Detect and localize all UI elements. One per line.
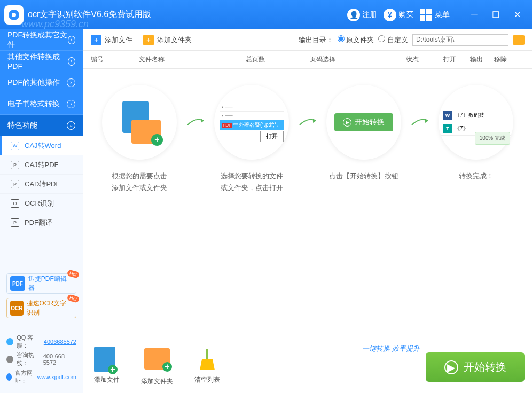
add-folder-icon: + (144, 348, 170, 374)
main-panel: + 添加文件 + 添加文件夹 输出目录： 原文件夹 自定义 编号 文件名称 总页… (83, 29, 532, 393)
yen-icon: ¥ (384, 9, 396, 21)
sidebar-item-caj-word[interactable]: W CAJ转Word (0, 136, 83, 155)
col-remove: 移除 (494, 55, 515, 64)
site-link[interactable]: www.xjpdf.com (37, 374, 76, 380)
grid-icon (420, 9, 432, 21)
pdf-icon: P (11, 161, 19, 169)
col-filename: 文件名称 (139, 55, 246, 64)
radio-custom[interactable]: 自定义 (378, 35, 408, 45)
bottom-clear-button[interactable]: 清空列表 (194, 347, 220, 384)
add-folder-button[interactable]: + 添加文件夹 (143, 35, 192, 45)
table-header: 编号 文件名称 总页数 页码选择 状态 打开 输出 移除 (83, 51, 532, 69)
promo-ocr-tool[interactable]: OCR 捷速OCR文字识别 Hot (6, 298, 76, 318)
add-file-button[interactable]: + 添加文件 (91, 35, 132, 45)
step-3-illustration: ▶开始转换 (326, 85, 401, 160)
promo-pdf-editor[interactable]: PDF 迅捷PDF编辑器 Hot (6, 273, 76, 294)
titlebar: ocr文字识别软件V6.6免费试用版 www.pc9359.cn 👤 注册 ¥ … (0, 0, 532, 29)
step-4-illustration: W《7》数码技 T《7》 100% 完成 (439, 85, 513, 160)
qq-link[interactable]: 4006685572 (44, 339, 76, 345)
app-title: ocr文字识别软件V6.6免费试用版 (28, 9, 151, 20)
col-pages: 总页数 (246, 55, 310, 64)
plus-icon: + (91, 35, 101, 45)
word-icon: W (11, 142, 19, 150)
qq-icon (6, 338, 13, 345)
pdf-icon: P (11, 218, 19, 227)
col-page-select: 页码选择 (310, 55, 406, 64)
bottom-bar: + 添加文件 + 添加文件夹 清空列表 一键转换 效率提升 ▶ 开始转换 (83, 337, 532, 393)
sidebar-section-pdf-ops[interactable]: PDF的其他操作 › (0, 72, 83, 93)
folder-browse-icon[interactable] (513, 35, 525, 45)
chevron-right-icon: › (68, 36, 76, 44)
step-3: ▶开始转换 点击【开始转换】按钮 (318, 85, 409, 182)
col-export: 输出 (470, 55, 494, 64)
add-file-icon: + (94, 347, 120, 372)
menu-button[interactable]: 菜单 (420, 9, 450, 21)
sidebar-item-cad-pdf[interactable]: P CAD转PDF (0, 175, 83, 194)
pdf-icon: P (11, 180, 19, 188)
chevron-right-icon: › (67, 100, 75, 108)
sidebar-section-ebook[interactable]: 电子书格式转换 › (0, 93, 83, 115)
sidebar-item-ocr[interactable]: O OCR识别 (0, 194, 83, 213)
bottom-add-file-button[interactable]: + 添加文件 (94, 347, 120, 384)
sidebar-section-pdf-to-other[interactable]: PDF转换成其它文件 › (0, 29, 83, 51)
sidebar-item-translate[interactable]: P PDF翻译 (0, 213, 83, 232)
sidebar-section-other-to-pdf[interactable]: 其他文件转换成PDF › (0, 51, 83, 72)
slogan-text: 一键转换 效率提升 (362, 344, 420, 353)
ocr-tool-icon: OCR (10, 301, 24, 316)
start-convert-button[interactable]: ▶ 开始转换 (426, 352, 525, 382)
step-1-illustration: + (102, 85, 177, 160)
step-2: ▪ ──▪ ── PDF中外著名疑(*.pdf;*. 打开 选择您要转换的文件或… (206, 85, 297, 194)
arrow-icon (297, 114, 318, 130)
arrow-icon (409, 114, 431, 130)
user-icon: 👤 (347, 9, 360, 21)
chevron-down-icon: ⌄ (67, 121, 75, 130)
sidebar-item-caj-pdf[interactable]: P CAJ转PDF (0, 155, 83, 175)
pdf-editor-icon: PDF (10, 276, 25, 291)
step-1: + 根据您的需要点击添加文件或文件夹 (94, 85, 185, 194)
maximize-button[interactable]: ☐ (485, 7, 506, 23)
col-status: 状态 (406, 55, 443, 64)
register-button[interactable]: 👤 注册 (347, 9, 377, 21)
radio-original[interactable]: 原文件夹 (338, 35, 374, 45)
outdir-label: 输出目录： (299, 35, 333, 45)
sidebar-section-special[interactable]: 特色功能 ⌄ (0, 115, 83, 136)
sidebar: PDF转换成其它文件 › 其他文件转换成PDF › PDF的其他操作 › 电子书… (0, 29, 83, 393)
col-open: 打开 (443, 55, 470, 64)
path-input[interactable] (412, 34, 508, 46)
contact-info: QQ 客服：4006685572 咨询热线：400-668-5572 官方网址：… (0, 328, 83, 393)
chevron-right-icon: › (67, 78, 75, 87)
minimize-button[interactable]: ─ (464, 7, 485, 23)
svg-rect-1 (206, 349, 208, 359)
close-button[interactable]: ✕ (506, 7, 528, 23)
arrow-icon (185, 114, 206, 130)
buy-button[interactable]: ¥ 购买 (384, 9, 413, 21)
phone-icon (6, 356, 13, 363)
bottom-add-folder-button[interactable]: + 添加文件夹 (141, 345, 173, 386)
watermark: www.pc9359.cn (21, 19, 89, 30)
ocr-icon: O (11, 199, 19, 208)
step-2-illustration: ▪ ──▪ ── PDF中外著名疑(*.pdf;*. 打开 (214, 85, 289, 160)
done-badge: 100% 完成 (475, 132, 510, 145)
col-number: 编号 (91, 55, 139, 64)
globe-icon (6, 373, 12, 381)
step-4: W《7》数码技 T《7》 100% 完成 转换完成！ (431, 85, 521, 182)
chevron-right-icon: › (68, 57, 76, 66)
app-logo (4, 5, 24, 25)
play-icon: ▶ (444, 360, 458, 374)
broom-icon (194, 347, 220, 372)
plus-icon: + (143, 35, 154, 45)
toolbar: + 添加文件 + 添加文件夹 输出目录： 原文件夹 自定义 (83, 29, 532, 51)
empty-state: + 根据您的需要点击添加文件或文件夹 ▪ ──▪ ── PDF中外著名疑(*.p… (83, 69, 532, 337)
